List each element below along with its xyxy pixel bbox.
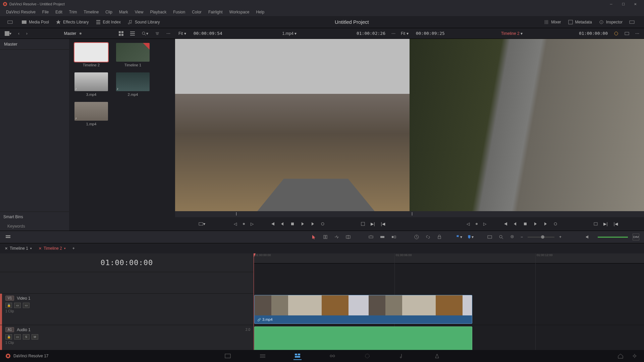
mute-button[interactable]: M: [32, 334, 38, 340]
insert-clip-icon[interactable]: [368, 234, 374, 240]
custom-zoom-icon[interactable]: [509, 234, 516, 240]
media-item-3mp4[interactable]: ♪ 3.mp4: [74, 72, 108, 97]
inspector-button[interactable]: Inspector: [595, 18, 626, 26]
thumbnail-icon[interactable]: ♪: [74, 102, 108, 121]
mark-out-icon[interactable]: |◀: [612, 221, 619, 227]
retime-icon[interactable]: [413, 234, 420, 240]
menu-color[interactable]: Color: [189, 10, 205, 14]
jog-fwd-icon[interactable]: ▷: [249, 221, 256, 227]
nav-back-icon[interactable]: ‹: [16, 31, 21, 37]
maximize-button[interactable]: ☐: [617, 0, 629, 8]
arrow-tool[interactable]: [311, 234, 317, 240]
first-frame-button[interactable]: [269, 221, 276, 227]
next-frame-button[interactable]: [309, 221, 316, 227]
source-fit-dropdown[interactable]: Fit ▾: [175, 31, 190, 36]
bin-list-icon[interactable]: ▾: [3, 31, 13, 37]
edit-page-button[interactable]: [293, 352, 302, 360]
in-point-icon[interactable]: [360, 221, 366, 227]
expand-icon[interactable]: [4, 18, 18, 26]
close-button[interactable]: ✕: [629, 0, 641, 8]
prev-frame-button[interactable]: [279, 221, 286, 227]
thumbnail-icon[interactable]: [74, 43, 108, 62]
stop-button[interactable]: [289, 221, 296, 227]
zoom-slider[interactable]: [528, 237, 554, 238]
close-tab-icon[interactable]: ✕: [39, 246, 42, 251]
minimize-button[interactable]: ─: [605, 0, 617, 8]
video-track-badge[interactable]: V1: [5, 296, 14, 301]
video-track-header[interactable]: V1 Video 1 🔒 ▭ ▭ 1 Clip: [0, 294, 254, 325]
zoom-to-fit-icon[interactable]: [486, 234, 493, 240]
jog-back-icon[interactable]: ◁: [465, 221, 472, 227]
sound-library-button[interactable]: Sound Library: [124, 18, 163, 26]
prev-frame-button[interactable]: [512, 221, 519, 227]
media-item-1mp4[interactable]: ♪ 1.mp4: [74, 102, 108, 126]
timeline-options-icon[interactable]: ⋯: [633, 31, 641, 37]
mark-in-icon[interactable]: ▶|: [370, 221, 376, 227]
timeline-tab-2[interactable]: ✕Timeline 2▾: [35, 245, 69, 252]
smart-bins-label[interactable]: Smart Bins: [0, 212, 69, 222]
blade-tool[interactable]: [345, 234, 352, 240]
options-icon[interactable]: ⋯: [164, 31, 172, 37]
playhead[interactable]: [254, 253, 254, 362]
fusion-page-button[interactable]: [328, 352, 336, 360]
trim-tool[interactable]: [322, 234, 329, 240]
marker-icon[interactable]: ▾: [467, 234, 474, 240]
thumbnail-icon[interactable]: [116, 43, 150, 62]
auto-select-icon[interactable]: ▭: [14, 303, 21, 308]
next-frame-button[interactable]: [542, 221, 549, 227]
menu-mark[interactable]: Mark: [116, 10, 131, 14]
overwrite-clip-icon[interactable]: [379, 234, 386, 240]
jog-back-icon[interactable]: ◁: [232, 221, 239, 227]
thumbnail-icon[interactable]: ♪: [74, 72, 108, 91]
master-bin[interactable]: Master: [0, 39, 69, 50]
link-icon[interactable]: [425, 234, 431, 240]
edit-index-button[interactable]: Edit Index: [92, 18, 124, 26]
timeline-scrub-bar[interactable]: [410, 211, 644, 217]
menu-davinci[interactable]: DaVinci Resolve: [3, 10, 39, 14]
menu-view[interactable]: View: [131, 10, 147, 14]
mark-in-icon[interactable]: ▶|: [602, 221, 609, 227]
lock-icon[interactable]: [436, 234, 443, 240]
timeline-tab-1[interactable]: ✕Timeline 1▾: [1, 245, 35, 252]
project-settings-button[interactable]: [631, 352, 639, 360]
first-frame-button[interactable]: [502, 221, 508, 227]
menu-workspace[interactable]: Workspace: [226, 10, 253, 14]
lock-track-icon[interactable]: 🔒: [5, 334, 12, 340]
jog-fwd-icon[interactable]: ▷: [482, 221, 488, 227]
nav-fwd-icon[interactable]: ›: [24, 31, 30, 37]
lock-track-icon[interactable]: 🔒: [5, 303, 12, 308]
menu-playback[interactable]: Playback: [147, 10, 170, 14]
deliver-page-button[interactable]: [433, 352, 441, 360]
timeline-viewer-timecode[interactable]: 00:00:09:25: [412, 31, 449, 36]
menu-fusion[interactable]: Fusion: [170, 10, 189, 14]
match-frame-icon[interactable]: ▾: [199, 221, 205, 227]
menu-timeline[interactable]: Timeline: [80, 10, 102, 14]
timeline-view-options-icon[interactable]: [5, 234, 11, 240]
keywords-bin[interactable]: Keywords: [0, 222, 69, 231]
loop-button[interactable]: [319, 221, 326, 227]
menu-clip[interactable]: Clip: [102, 10, 116, 14]
mixer-button[interactable]: Mixer: [540, 18, 564, 26]
media-item-2mp4[interactable]: ♪ 2.mp4: [116, 72, 150, 97]
menu-edit[interactable]: Edit: [52, 10, 66, 14]
zoom-out-icon[interactable]: −: [521, 235, 523, 239]
match-frame-icon[interactable]: [592, 221, 599, 227]
timeline-fit-dropdown[interactable]: Fit ▾: [397, 31, 412, 36]
source-timecode[interactable]: 00:00:09:54: [190, 31, 226, 36]
cut-page-button[interactable]: [259, 352, 267, 360]
media-page-button[interactable]: [224, 352, 232, 360]
fairlight-page-button[interactable]: [398, 352, 406, 360]
audio-track-badge[interactable]: A1: [5, 327, 14, 332]
stop-button[interactable]: [522, 221, 529, 227]
expand-right-icon[interactable]: [626, 18, 640, 26]
video-clip-3mp4[interactable]: 3.mp4: [254, 295, 472, 324]
source-viewer-screen[interactable]: [175, 39, 410, 211]
detail-zoom-icon[interactable]: [498, 234, 504, 240]
effects-library-button[interactable]: Effects Library: [52, 18, 92, 26]
dim-button[interactable]: DIM: [633, 234, 639, 240]
timeline-viewer-screen[interactable]: [410, 39, 644, 211]
solo-button[interactable]: S: [23, 334, 30, 340]
menu-file[interactable]: File: [39, 10, 52, 14]
search-icon[interactable]: ▾: [140, 31, 150, 37]
menu-help[interactable]: Help: [253, 10, 268, 14]
